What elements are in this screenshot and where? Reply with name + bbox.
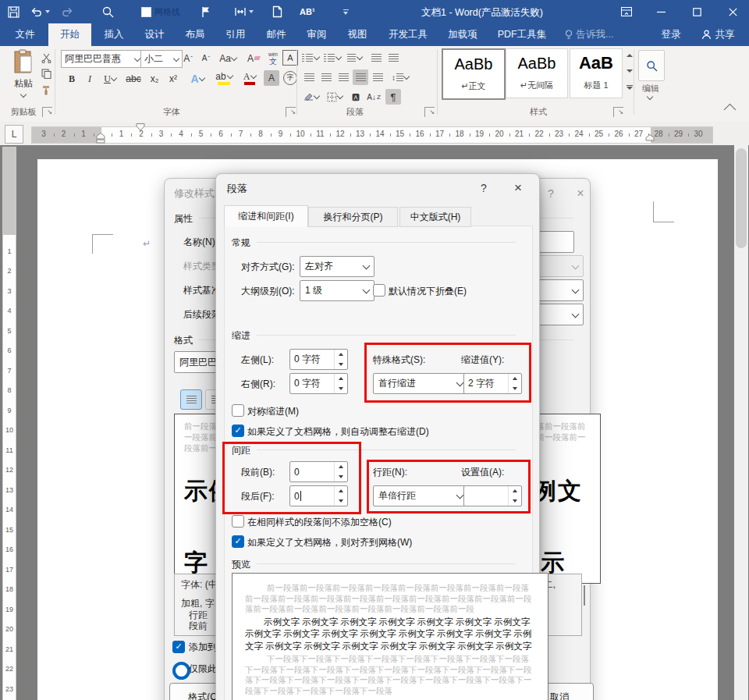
tab-mailings[interactable]: 邮件 bbox=[257, 23, 296, 46]
font-color-button[interactable]: A bbox=[239, 69, 261, 87]
paragraph-dialog-launcher[interactable]: ↘ bbox=[424, 107, 435, 117]
ribbon-display-options-icon[interactable] bbox=[613, 0, 640, 23]
scrollbar-thumb[interactable] bbox=[736, 148, 747, 248]
styles-dialog-launcher[interactable]: ↘ bbox=[613, 107, 623, 117]
subscript-button[interactable]: x₂ bbox=[147, 70, 162, 87]
strikethrough-button[interactable]: abc bbox=[123, 70, 144, 87]
outline-level-combobox[interactable]: 1 级 bbox=[300, 280, 374, 301]
justify-button[interactable] bbox=[353, 69, 368, 85]
asian-layout-icon[interactable]: 🅰 bbox=[348, 89, 364, 105]
tab-design[interactable]: 设计 bbox=[135, 23, 174, 46]
show-hide-pilcrow-button[interactable]: ¶ bbox=[385, 89, 401, 105]
qat-customize-icon[interactable] bbox=[343, 2, 349, 21]
numbering-button[interactable] bbox=[323, 50, 342, 66]
style-no-spacing[interactable]: AaBb ↵无间隔 bbox=[506, 48, 568, 98]
only-this-document-radio[interactable] bbox=[172, 662, 190, 680]
footnote-icon[interactable]: AB¹ bbox=[300, 2, 315, 21]
indent-right-spinner[interactable]: 0 字符 bbox=[289, 373, 348, 394]
align-right-button[interactable] bbox=[335, 69, 351, 85]
increase-indent-button[interactable] bbox=[385, 50, 401, 66]
clipboard-dialog-launcher[interactable]: ↘ bbox=[42, 107, 52, 117]
gridlines-toggle-icon[interactable]: 网格线 bbox=[141, 2, 180, 21]
indent-left-spinner[interactable]: 0 字符 bbox=[289, 349, 348, 370]
italic-button[interactable]: I bbox=[83, 70, 97, 87]
format-painter-icon[interactable] bbox=[39, 84, 53, 96]
font-dialog-launcher[interactable]: ↘ bbox=[286, 107, 296, 117]
tab-indents-spacing[interactable]: 缩进和间距(I) bbox=[224, 205, 308, 227]
tab-layout[interactable]: 布局 bbox=[176, 23, 215, 46]
tab-review[interactable]: 审阅 bbox=[297, 23, 336, 46]
change-case-button[interactable]: Aa bbox=[217, 50, 239, 66]
tab-line-page-breaks[interactable]: 换行和分页(P) bbox=[308, 207, 398, 227]
character-shading-button[interactable]: A bbox=[264, 70, 279, 86]
char-spacing-dropdown-icon[interactable] bbox=[249, 10, 254, 13]
help-icon[interactable]: ? bbox=[472, 178, 495, 198]
close-icon[interactable]: × bbox=[506, 178, 530, 198]
collapse-ribbon-icon[interactable] bbox=[724, 104, 737, 116]
phonetic-guide-icon[interactable]: wén 文 bbox=[265, 48, 281, 67]
format-align-left-button[interactable] bbox=[180, 389, 202, 410]
tab-view[interactable]: 视图 bbox=[338, 23, 377, 46]
tab-developer[interactable]: 开发工具 bbox=[380, 23, 436, 46]
collapsed-by-default-checkbox[interactable] bbox=[373, 284, 385, 297]
shrink-font-button[interactable]: Aˇ bbox=[198, 50, 214, 66]
tab-file[interactable]: 文件 bbox=[6, 23, 44, 46]
left-indent-marker[interactable] bbox=[96, 133, 105, 144]
distribute-button[interactable] bbox=[370, 69, 385, 85]
text-effects-button[interactable]: A bbox=[187, 70, 208, 87]
minimize-button[interactable] bbox=[648, 0, 674, 23]
borders-button[interactable] bbox=[325, 89, 345, 105]
multilevel-list-button[interactable] bbox=[345, 50, 364, 66]
tab-addins[interactable]: 加载项 bbox=[439, 23, 486, 46]
maximize-button[interactable] bbox=[683, 0, 710, 23]
find-button[interactable] bbox=[638, 50, 665, 81]
enclose-characters-button[interactable]: 字 bbox=[282, 70, 298, 86]
underline-button[interactable]: U bbox=[100, 70, 120, 87]
spin-up-icon[interactable] bbox=[335, 350, 347, 360]
tab-references[interactable]: 引用 bbox=[216, 23, 255, 46]
superscript-button[interactable]: x² bbox=[165, 70, 181, 87]
spin-down-icon[interactable] bbox=[335, 360, 347, 370]
no-space-same-style-checkbox[interactable] bbox=[232, 515, 244, 528]
char-spacing-icon[interactable] bbox=[234, 2, 254, 21]
spin-up-icon[interactable] bbox=[335, 374, 347, 384]
style-normal[interactable]: AaBb ↵正文 bbox=[442, 48, 506, 100]
line-spacing-button[interactable]: ↕ bbox=[390, 69, 410, 85]
font-size-combobox[interactable]: 小二 bbox=[140, 50, 183, 68]
editing-dropdown-icon[interactable] bbox=[647, 94, 653, 100]
sort-button[interactable]: A↓Z bbox=[365, 89, 382, 105]
auto-adjust-right-indent-checkbox[interactable]: ✓ bbox=[232, 425, 244, 437]
share-button[interactable]: 共享 bbox=[690, 23, 746, 46]
character-border-icon[interactable]: A bbox=[282, 50, 298, 66]
snap-to-grid-checkbox[interactable]: ✓ bbox=[232, 535, 244, 548]
cut-icon[interactable] bbox=[39, 52, 53, 64]
tab-home[interactable]: 开始 bbox=[48, 23, 91, 46]
tab-insert[interactable]: 插入 bbox=[94, 23, 133, 46]
tell-me-box[interactable]: 告诉我... bbox=[559, 23, 619, 46]
right-indent-marker[interactable] bbox=[645, 134, 655, 141]
help-icon[interactable]: ? bbox=[539, 183, 563, 204]
flag-icon[interactable] bbox=[201, 2, 211, 21]
paste-dropdown-icon[interactable] bbox=[20, 91, 27, 98]
alignment-combobox[interactable]: 左对齐 bbox=[300, 256, 374, 277]
highlight-color-button[interactable]: ab bbox=[212, 69, 236, 87]
save-icon[interactable] bbox=[8, 2, 20, 21]
font-name-combobox[interactable]: 阿里巴巴普惠 bbox=[61, 50, 144, 68]
bold-button[interactable]: B bbox=[64, 70, 80, 87]
style-heading1[interactable]: AaB 标题 1 bbox=[570, 48, 623, 98]
vertical-ruler[interactable]: 1234567891011121314151617181920212223 bbox=[2, 147, 16, 700]
new-doc-icon[interactable] bbox=[272, 2, 282, 21]
tab-asian-typography[interactable]: 中文版式(H) bbox=[399, 207, 471, 227]
mirror-indents-checkbox[interactable] bbox=[232, 404, 244, 417]
close-icon[interactable]: × bbox=[569, 183, 592, 204]
spin-down-icon[interactable] bbox=[335, 384, 347, 394]
horizontal-ruler[interactable]: 3211234567891011121314151617181920212223… bbox=[31, 126, 713, 144]
undo-dropdown-icon[interactable] bbox=[45, 10, 50, 13]
add-to-gallery-checkbox[interactable]: ✓ bbox=[172, 641, 185, 653]
tab-pdf-tools[interactable]: PDF工具集 bbox=[489, 23, 555, 46]
close-window-button[interactable] bbox=[719, 0, 746, 23]
copy-icon[interactable] bbox=[39, 67, 53, 80]
clear-formatting-icon[interactable]: A bbox=[245, 50, 262, 66]
first-line-indent-marker[interactable] bbox=[136, 123, 145, 131]
align-center-button[interactable] bbox=[318, 69, 334, 85]
